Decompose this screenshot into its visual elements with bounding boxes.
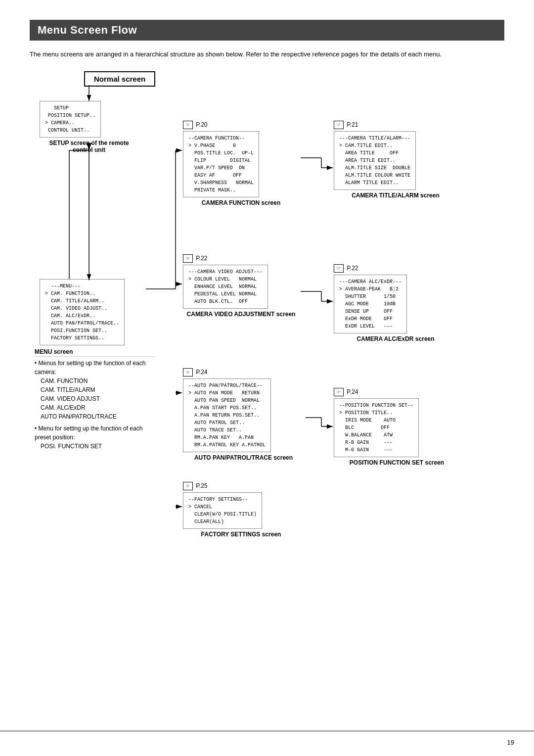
cam-alc-pageref: ☞ P.22 — [334, 264, 457, 273]
cam-function-container: ☞ P.20 --CAMERA FUNCTION-- > V.PHASE 0 P… — [183, 121, 299, 206]
factory-pageref-text: P.25 — [196, 482, 207, 489]
page-title-bar: Menu Screen Flow — [30, 20, 504, 41]
cam-video-pageref-text: P.22 — [196, 255, 207, 262]
page-ref-icon: ☞ — [183, 121, 193, 129]
posi-function-screen-label: POSITION FUNCTION SET screen — [334, 459, 460, 466]
auto-pan-pageref-text: P.24 — [196, 369, 207, 376]
factory-pageref: ☞ P.25 — [183, 482, 299, 490]
factory-container: ☞ P.25 --FACTORY SETTINGS-- > CANCEL CLE… — [183, 482, 299, 538]
page-ref-icon5: ☞ — [334, 121, 344, 129]
page-ref-icon7: ☞ — [334, 388, 344, 396]
menu-item-cam-video: CAM. VIDEO ADJUST — [41, 394, 156, 403]
menu-screen-container: ---MENU--- > CAM. FUNCTION.. CAM. TITLE/… — [40, 279, 148, 345]
cam-alc-screen-label: CAMERA ALC/ExDR screen — [334, 335, 457, 342]
posi-function-pageref-text: P.24 — [347, 388, 358, 395]
auto-pan-container: ☞ P.24 --AUTO PAN/PATROL/TRACE-- > AUTO … — [183, 368, 304, 461]
menu-bullet2: Menu for setting up the function of each… — [35, 424, 156, 442]
page-ref-icon4: ☞ — [183, 482, 193, 490]
cam-title-pageref: ☞ P.21 — [334, 121, 457, 129]
menu-item-cam-function: CAM. FUNCTION — [41, 377, 156, 385]
menu-item-posi: POSI. FUNCTION SET — [41, 442, 156, 451]
cam-video-screen-label: CAMERA VIDEO ADJUSTMENT screen — [183, 311, 299, 318]
cam-video-container: ☞ P.22 ---CAMERA VIDEO ADJUST--- > COLOU… — [183, 254, 299, 318]
cam-alc-container: ☞ P.22 ---CAMERA ALC/ExDR--- > AVERAGE-P… — [334, 264, 457, 342]
menu-screen-box: ---MENU--- > CAM. FUNCTION.. CAM. TITLE/… — [40, 279, 125, 345]
setup-screen-container: SETUP POSITION SETUP.. > CAMERA.. CONTRO… — [40, 101, 138, 153]
cam-function-screen-label: CAMERA FUNCTION screen — [183, 199, 299, 206]
setup-screen-box: SETUP POSITION SETUP.. > CAMERA.. CONTRO… — [40, 101, 101, 138]
auto-pan-screen-label: AUTO PAN/PATROL/TRACE screen — [183, 454, 304, 461]
cam-function-pageref: ☞ P.20 — [183, 121, 299, 129]
page-ref-icon3: ☞ — [183, 368, 193, 377]
auto-pan-pageref: ☞ P.24 — [183, 368, 304, 377]
cam-function-pageref-text: P.20 — [196, 121, 207, 128]
normal-screen-box: Normal screen — [84, 71, 155, 87]
factory-screen-label: FACTORY SETTINGS screen — [183, 531, 299, 538]
menu-bullet1: Menus for setting up the function of eac… — [35, 359, 156, 377]
cam-alc-screen-box: ---CAMERA ALC/ExDR--- > AVERAGE-PEAK B:2… — [334, 275, 407, 333]
posi-function-pageref: ☞ P.24 — [334, 388, 460, 396]
cam-title-container: ☞ P.21 ---CAMERA TITLE/ALARM--- > CAM.TI… — [334, 121, 457, 199]
bottom-line — [0, 731, 534, 731]
page-title: Menu Screen Flow — [38, 24, 137, 36]
cam-title-screen-box: ---CAMERA TITLE/ALARM--- > CAM.TITLE EDI… — [334, 131, 416, 190]
auto-pan-screen-box: --AUTO PAN/PATROL/TRACE-- > AUTO PAN MOD… — [183, 378, 271, 452]
cam-title-pageref-text: P.21 — [347, 121, 358, 128]
cam-function-screen-box: --CAMERA FUNCTION-- > V.PHASE 0 POS.TITL… — [183, 131, 259, 197]
cam-video-pageref: ☞ P.22 — [183, 254, 299, 263]
cam-title-screen-label: CAMERA TITLE/ALARM screen — [334, 192, 457, 199]
page-ref-icon6: ☞ — [334, 264, 344, 273]
menu-notes-title: MENU screen — [35, 348, 156, 357]
page-ref-icon2: ☞ — [183, 254, 193, 263]
normal-screen-container: Normal screen — [54, 71, 155, 87]
menu-item-auto-pan: AUTO PAN/PATROL/TRACE — [41, 412, 156, 421]
menu-item-cam-alc: CAM. ALC/ExDR — [41, 403, 156, 412]
factory-screen-box: --FACTORY SETTINGS-- > CANCEL CLEAR(W/O … — [183, 492, 262, 529]
cam-alc-pageref-text: P.22 — [347, 265, 358, 272]
cam-video-screen-box: ---CAMERA VIDEO ADJUST--- > COLOUR LEVEL… — [183, 265, 268, 309]
posi-function-container: ☞ P.24 --POSITION FUNCTION SET-- > POSIT… — [334, 388, 460, 466]
flow-area: Normal screen SETUP POSITION SETUP.. > C… — [30, 71, 504, 591]
normal-screen-label: Normal screen — [94, 75, 145, 83]
menu-item-cam-title: CAM. TITLE/ALARM — [41, 385, 156, 394]
page-number: 19 — [507, 739, 514, 746]
intro-text: The menu screens are arranged in a hiera… — [30, 49, 504, 59]
setup-screen-label: SETUP screen of the remote control unit — [40, 140, 138, 153]
menu-notes-container: MENU screen Menus for setting up the fun… — [35, 348, 156, 451]
posi-function-screen-box: --POSITION FUNCTION SET-- > POSITION TIT… — [334, 398, 419, 457]
